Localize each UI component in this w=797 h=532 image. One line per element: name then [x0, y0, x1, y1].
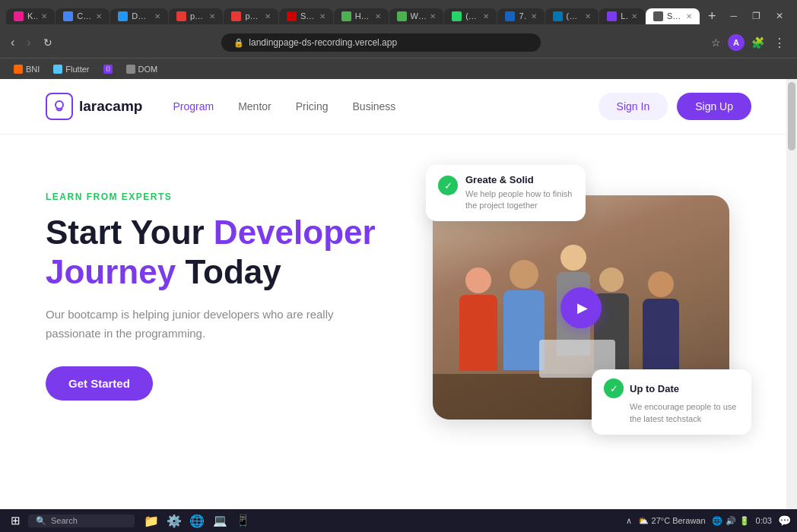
tab-close-pdfup1[interactable]: ✕ — [209, 12, 215, 21]
tab-favicon-html — [341, 11, 351, 21]
signup-button[interactable]: Sign Up — [677, 93, 751, 120]
card-greate-title: Greate & Solid — [465, 174, 573, 185]
taskbar-systray: ∧ ⛅ 27°C Berawan 🌐 🔊 🔋 0:03 💬 — [626, 515, 791, 527]
taskbar-up-arrow[interactable]: ∧ — [626, 516, 632, 526]
bookmark-dom[interactable]: DOM — [120, 63, 164, 75]
scrollbar-thumb[interactable] — [788, 82, 795, 150]
forward-button[interactable]: › — [24, 34, 33, 51]
play-button[interactable]: ▶ — [560, 287, 602, 328]
taskbar-app-explorer[interactable]: 📁 — [141, 510, 162, 531]
volume-icon[interactable]: 🔊 — [726, 516, 736, 526]
restore-button[interactable]: ❐ — [745, 9, 768, 23]
person2-head — [510, 260, 538, 289]
address-bar[interactable]: 🔒 landingpage-ds-recording.vercel.app — [221, 33, 541, 52]
nav-business[interactable]: Business — [353, 100, 396, 112]
profile-button[interactable]: A — [726, 33, 746, 52]
window-controls: ─ ❐ ✕ — [722, 9, 791, 23]
tab-label-w3sc: W3Sc... — [411, 11, 427, 21]
taskbar-time: 0:03 — [756, 516, 772, 525]
nav-mentor[interactable]: Mentor — [238, 100, 271, 112]
signin-button[interactable]: Sign In — [599, 93, 668, 120]
tab-close-docu[interactable]: ✕ — [154, 12, 160, 21]
bookmark-favicon-flutter — [53, 65, 62, 74]
tab-pdfup2[interactable]: pdfUp... ✕ — [224, 8, 278, 24]
tab-favicon-pdfup1 — [176, 11, 186, 21]
tab-close-html[interactable]: ✕ — [375, 12, 381, 21]
taskbar: ⊞ 🔍 Search 📁 ⚙️ 🌐 💻 📱 ∧ — [0, 509, 797, 532]
person4-head — [599, 268, 624, 292]
bookmark-label-bni: BNI — [26, 65, 40, 74]
tab-li[interactable]: (24) F... ✕ — [545, 8, 599, 24]
card-uptodate-title: Up to Date — [630, 383, 679, 394]
bookmark-ax[interactable]: ⟨⟩ — [97, 63, 119, 75]
tab-favicon-wa — [452, 11, 462, 21]
tab-html[interactable]: HTML... ✕ — [334, 8, 389, 24]
tab-7000[interactable]: 7000 ✕ — [497, 8, 544, 24]
start-button[interactable]: ⊞ — [6, 512, 25, 529]
bookmark-flutter[interactable]: Flutter — [47, 63, 95, 75]
card-uptodate-header: ✓ Up to Date — [604, 378, 739, 398]
tab-close-spider[interactable]: ✕ — [319, 12, 325, 21]
bookmark-label-flutter: Flutter — [65, 65, 89, 74]
nav-pricing[interactable]: Pricing — [296, 100, 329, 112]
card-greate-icon: ✓ — [438, 176, 458, 195]
person1-head — [465, 268, 491, 293]
tab-spider[interactable]: Spide... ✕ — [279, 8, 333, 24]
tab-label-wa: (5) W... — [465, 11, 479, 21]
hero-left: LEARN FROM EXPERTS Start Your Developer … — [46, 192, 380, 400]
taskbar-sys-icons: 🌐 🔊 🔋 — [712, 516, 750, 526]
tab-pdfup1[interactable]: pdfUp... ✕ — [169, 8, 224, 24]
taskbar-app-vscode[interactable]: 💻 — [209, 510, 230, 531]
bookmark-bni[interactable]: BNI — [8, 63, 46, 75]
bookmark-label-dom: DOM — [138, 65, 158, 74]
search-icon: 🔍 — [36, 516, 46, 526]
tab-close-wa[interactable]: ✕ — [483, 12, 489, 21]
tab-wa[interactable]: (5) W... ✕ — [444, 8, 497, 24]
person3-head — [560, 245, 586, 271]
tab-label-7000: 7000 — [519, 11, 526, 21]
tab-close-pdfup2[interactable]: ✕ — [265, 12, 271, 21]
tab-close-li[interactable]: ✕ — [585, 12, 591, 21]
logo[interactable]: laracamp — [46, 93, 142, 120]
tab-close-screen[interactable]: ✕ — [686, 12, 692, 21]
card-uptodate-description: We encourage people to use the latest te… — [604, 401, 739, 426]
tab-screen[interactable]: Scree... ✕ — [646, 8, 700, 24]
get-started-button[interactable]: Get Started — [46, 366, 153, 401]
play-icon: ▶ — [577, 299, 588, 316]
tab-certif[interactable]: Certifi... ✕ — [56, 8, 110, 24]
person1 — [456, 268, 501, 389]
tab-favicon-la — [607, 11, 617, 21]
tab-label-karya: Karya — [27, 11, 37, 21]
tab-w3sc[interactable]: W3Sc... ✕ — [389, 8, 444, 24]
nav-links: Program Mentor Pricing Business — [173, 100, 395, 112]
tab-favicon-docu — [118, 11, 128, 21]
notification-icon[interactable]: 💬 — [778, 515, 791, 527]
back-button[interactable]: ‹ — [8, 34, 17, 51]
scrollbar-track[interactable] — [786, 79, 797, 509]
bookmark-star-button[interactable]: ☆ — [707, 34, 725, 51]
tab-close-certif[interactable]: ✕ — [96, 12, 102, 21]
tab-karya[interactable]: Karya ✕ — [6, 8, 55, 24]
taskbar-weather: ⛅ 27°C Berawan — [638, 516, 706, 526]
nav-program[interactable]: Program — [173, 100, 214, 112]
tab-close-w3sc[interactable]: ✕ — [430, 12, 436, 21]
tab-close-la[interactable]: ✕ — [631, 12, 637, 21]
close-button[interactable]: ✕ — [768, 9, 791, 23]
new-tab-button[interactable]: + — [702, 8, 722, 24]
network-icon[interactable]: 🌐 — [712, 516, 722, 526]
tab-favicon-karya — [14, 11, 24, 21]
tab-close-karya[interactable]: ✕ — [41, 12, 47, 21]
taskbar-app-team[interactable]: 📱 — [232, 510, 253, 531]
taskbar-search-box[interactable]: 🔍 Search — [28, 515, 135, 527]
tab-la[interactable]: La X ✕ — [599, 8, 645, 24]
tab-favicon-spider — [287, 11, 297, 21]
reload-button[interactable]: ↻ — [40, 35, 56, 50]
minimize-button[interactable]: ─ — [722, 9, 745, 23]
menu-button[interactable]: ⋮ — [770, 33, 789, 52]
extensions-button[interactable]: 🧩 — [748, 34, 768, 51]
tab-close-7000[interactable]: ✕ — [531, 12, 537, 21]
taskbar-app-settings[interactable]: ⚙️ — [164, 510, 185, 531]
tab-docu[interactable]: Docum... ✕ — [110, 8, 168, 24]
taskbar-app-edge[interactable]: 🌐 — [186, 510, 208, 531]
tab-favicon-li — [553, 11, 563, 21]
